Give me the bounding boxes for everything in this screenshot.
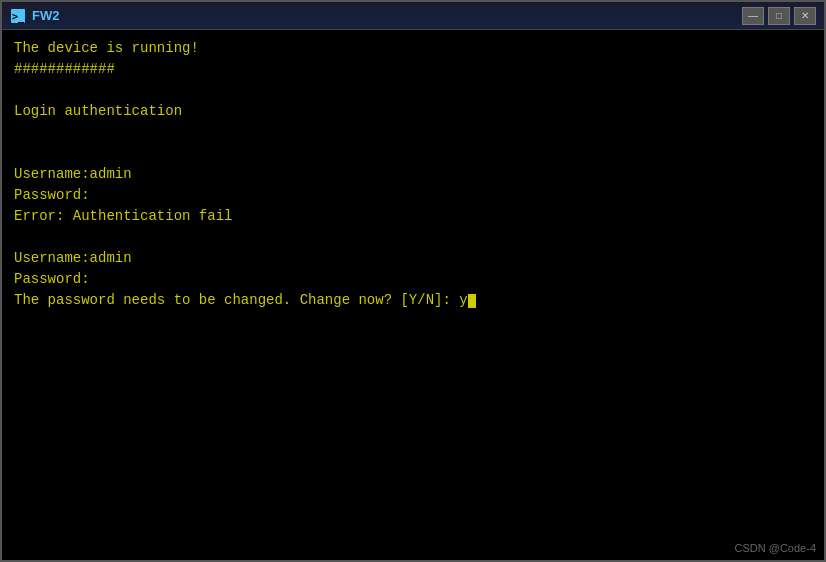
minimize-button[interactable]: — xyxy=(742,7,764,25)
terminal-line-empty xyxy=(14,80,812,101)
terminal-line-empty xyxy=(14,122,812,143)
maximize-button[interactable]: □ xyxy=(768,7,790,25)
terminal-window: >_ FW2 — □ ✕ The device is running! ####… xyxy=(0,0,826,562)
terminal-line-empty xyxy=(14,227,812,248)
cursor xyxy=(468,294,476,308)
window-title: FW2 xyxy=(32,8,59,23)
terminal-line-change-prompt: The password needs to be changed. Change… xyxy=(14,290,812,311)
terminal-body[interactable]: The device is running! ############ Logi… xyxy=(2,30,824,560)
svg-text:>_: >_ xyxy=(12,11,25,23)
terminal-line-empty xyxy=(14,143,812,164)
terminal-line-username2: Username:admin xyxy=(14,248,812,269)
terminal-line: The device is running! xyxy=(14,38,812,59)
close-button[interactable]: ✕ xyxy=(794,7,816,25)
window-controls: — □ ✕ xyxy=(742,7,816,25)
watermark: CSDN @Code-4 xyxy=(735,542,816,554)
title-bar: >_ FW2 — □ ✕ xyxy=(2,2,824,30)
terminal-line-password1: Password: xyxy=(14,185,812,206)
terminal-line-error: Error: Authentication fail xyxy=(14,206,812,227)
terminal-line: ############ xyxy=(14,59,812,80)
title-bar-left: >_ FW2 xyxy=(10,8,59,24)
terminal-line-username1: Username:admin xyxy=(14,164,812,185)
terminal-line-password2: Password: xyxy=(14,269,812,290)
terminal-line-login: Login authentication xyxy=(14,101,812,122)
terminal-icon: >_ xyxy=(10,8,26,24)
